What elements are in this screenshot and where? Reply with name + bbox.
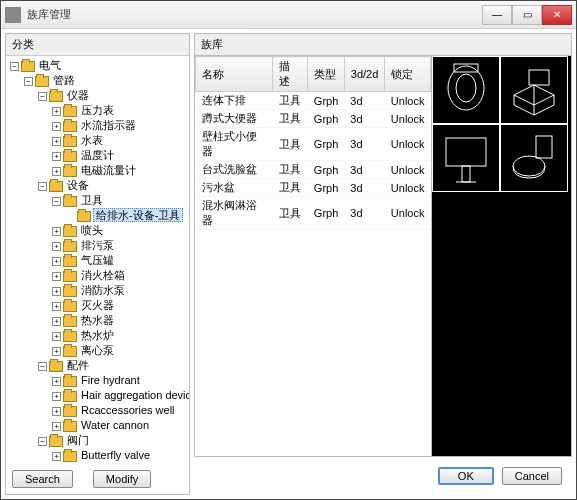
- tree-node[interactable]: +Water cannon: [52, 418, 187, 433]
- expand-icon[interactable]: +: [52, 347, 61, 356]
- cancel-button[interactable]: Cancel: [502, 467, 562, 485]
- tree-node[interactable]: +喷头: [52, 223, 187, 238]
- expand-icon[interactable]: +: [52, 257, 61, 266]
- expand-icon[interactable]: +: [52, 272, 61, 281]
- tree-label[interactable]: 阀门: [65, 434, 91, 446]
- expand-icon[interactable]: +: [52, 107, 61, 116]
- tree-label[interactable]: Hair aggregation device: [79, 389, 189, 401]
- expand-icon[interactable]: +: [52, 227, 61, 236]
- collapse-icon[interactable]: −: [38, 92, 47, 101]
- tree-node[interactable]: +离心泵: [52, 343, 187, 358]
- tree-node[interactable]: +水流指示器: [52, 118, 187, 133]
- tree-label[interactable]: 卫具: [79, 194, 105, 206]
- tree-label[interactable]: 喷头: [79, 224, 105, 236]
- tree-label[interactable]: 消火栓箱: [79, 269, 127, 281]
- minimize-button[interactable]: —: [482, 5, 512, 25]
- preview-thumb[interactable]: [432, 56, 500, 124]
- tree-node[interactable]: −阀门+Butterfly valve+Check valve+Cutoff v…: [38, 433, 187, 464]
- collapse-icon[interactable]: −: [52, 197, 61, 206]
- expand-icon[interactable]: +: [52, 407, 61, 416]
- collapse-icon[interactable]: −: [24, 77, 33, 86]
- tree-label[interactable]: 配件: [65, 359, 91, 371]
- tree-node[interactable]: +灭火器: [52, 298, 187, 313]
- tree-label[interactable]: 水表: [79, 134, 105, 146]
- table-row[interactable]: 台式洗脸盆卫具Grph3dUnlock: [196, 161, 431, 179]
- tree-label[interactable]: Butterfly valve: [79, 449, 152, 461]
- tree-label[interactable]: 压力表: [79, 104, 116, 116]
- preview-thumb[interactable]: [500, 124, 568, 192]
- collapse-icon[interactable]: −: [38, 182, 47, 191]
- column-header[interactable]: 锁定: [385, 57, 431, 92]
- tree-node[interactable]: +压力表: [52, 103, 187, 118]
- column-header[interactable]: 描述: [273, 57, 308, 92]
- column-header[interactable]: 3d/2d: [344, 57, 385, 92]
- table-row[interactable]: 混水阀淋浴器卫具Grph3dUnlock: [196, 197, 431, 230]
- column-header[interactable]: 类型: [308, 57, 344, 92]
- tree-label[interactable]: 电气: [37, 59, 63, 71]
- tree-label[interactable]: 电磁流量计: [79, 164, 138, 176]
- tree-node[interactable]: +消火栓箱: [52, 268, 187, 283]
- table-row[interactable]: 连体下排卫具Grph3dUnlock: [196, 92, 431, 110]
- tree-node[interactable]: +热水器: [52, 313, 187, 328]
- tree-node[interactable]: +温度计: [52, 148, 187, 163]
- table-row[interactable]: 蹲式大便器卫具Grph3dUnlock: [196, 110, 431, 128]
- tree-node[interactable]: +热水炉: [52, 328, 187, 343]
- preview-thumb[interactable]: [500, 56, 568, 124]
- tree-node[interactable]: −管路−仪器+压力表+水流指示器+水表+温度计+电磁流量计−设备−卫具给排水-设…: [24, 73, 187, 464]
- tree-node[interactable]: +Rcaccessories well: [52, 403, 187, 418]
- expand-icon[interactable]: +: [52, 392, 61, 401]
- tree-label[interactable]: 温度计: [79, 149, 116, 161]
- collapse-icon[interactable]: −: [38, 437, 47, 446]
- tree-label[interactable]: 灭火器: [79, 299, 116, 311]
- tree-node[interactable]: −电气−管路−仪器+压力表+水流指示器+水表+温度计+电磁流量计−设备−卫具给排…: [10, 58, 187, 464]
- tree-node[interactable]: −设备−卫具给排水-设备-卫具+喷头+排污泵+气压罐+消火栓箱+消防水泵+灭火器…: [38, 178, 187, 358]
- tree-node[interactable]: +气压罐: [52, 253, 187, 268]
- maximize-button[interactable]: ▭: [512, 5, 542, 25]
- column-header[interactable]: 名称: [196, 57, 273, 92]
- tree-label[interactable]: 热水炉: [79, 329, 116, 341]
- expand-icon[interactable]: +: [52, 242, 61, 251]
- tree-node[interactable]: +电磁流量计: [52, 163, 187, 178]
- tree-node[interactable]: +排污泵: [52, 238, 187, 253]
- tree-label[interactable]: 水流指示器: [79, 119, 138, 131]
- expand-icon[interactable]: +: [52, 377, 61, 386]
- tree-label[interactable]: 离心泵: [79, 344, 116, 356]
- expand-icon[interactable]: +: [52, 302, 61, 311]
- tree-label[interactable]: Fire hydrant: [79, 374, 142, 386]
- preview-thumb[interactable]: [432, 124, 500, 192]
- tree-label[interactable]: 给排水-设备-卫具: [93, 208, 183, 222]
- tree-label[interactable]: Rcaccessories well: [79, 404, 177, 416]
- table-row[interactable]: 污水盆卫具Grph3dUnlock: [196, 179, 431, 197]
- tree-node[interactable]: +Fire hydrant: [52, 373, 187, 388]
- modify-button[interactable]: Modify: [93, 470, 151, 488]
- expand-icon[interactable]: +: [52, 422, 61, 431]
- tree-label[interactable]: 设备: [65, 179, 91, 191]
- tree-node[interactable]: −卫具给排水-设备-卫具: [52, 193, 187, 223]
- expand-icon[interactable]: +: [52, 137, 61, 146]
- tree-label[interactable]: 热水器: [79, 314, 116, 326]
- expand-icon[interactable]: +: [52, 167, 61, 176]
- tree-node[interactable]: −仪器+压力表+水流指示器+水表+温度计+电磁流量计: [38, 88, 187, 178]
- tree-label[interactable]: Water cannon: [79, 419, 151, 431]
- tree-node[interactable]: +Butterfly valve: [52, 448, 187, 463]
- expand-icon[interactable]: +: [52, 152, 61, 161]
- expand-icon[interactable]: +: [52, 317, 61, 326]
- collapse-icon[interactable]: −: [10, 62, 19, 71]
- close-button[interactable]: ✕: [542, 5, 572, 25]
- tree-label[interactable]: 消防水泵: [79, 284, 127, 296]
- tree-node[interactable]: −配件+Fire hydrant+Hair aggregation device…: [38, 358, 187, 433]
- search-button[interactable]: Search: [12, 470, 73, 488]
- tree-node[interactable]: 给排水-设备-卫具: [66, 208, 187, 223]
- expand-icon[interactable]: +: [52, 452, 61, 461]
- tree-label[interactable]: 管路: [51, 74, 77, 86]
- tree-label[interactable]: 仪器: [65, 89, 91, 101]
- collapse-icon[interactable]: −: [38, 362, 47, 371]
- expand-icon[interactable]: +: [52, 287, 61, 296]
- expand-icon[interactable]: +: [52, 122, 61, 131]
- category-tree[interactable]: −电气−管路−仪器+压力表+水流指示器+水表+温度计+电磁流量计−设备−卫具给排…: [6, 56, 189, 464]
- table-row[interactable]: 壁柱式小便器卫具Grph3dUnlock: [196, 128, 431, 161]
- ok-button[interactable]: OK: [438, 467, 494, 485]
- tree-label[interactable]: 排污泵: [79, 239, 116, 251]
- tree-node[interactable]: +消防水泵: [52, 283, 187, 298]
- expand-icon[interactable]: +: [52, 332, 61, 341]
